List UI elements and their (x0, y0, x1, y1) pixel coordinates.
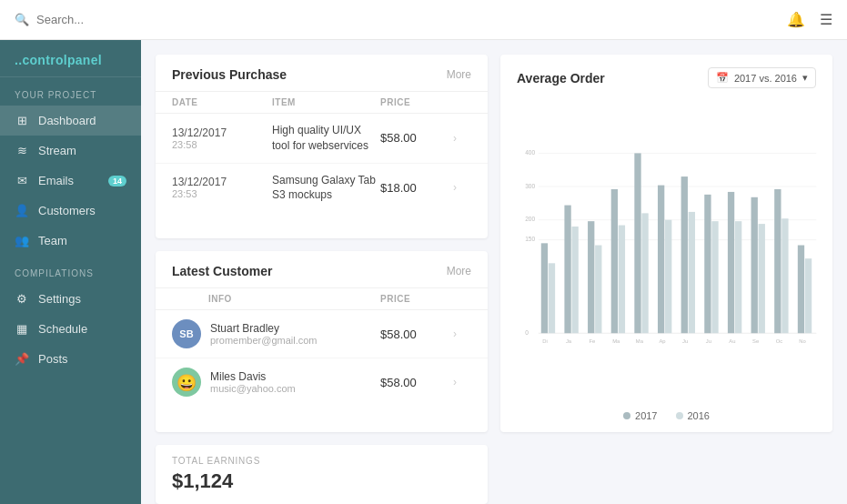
cust-email-1: promember@gmail.com (210, 335, 318, 346)
sidebar-item-schedule[interactable]: ▦ Schedule (0, 314, 141, 344)
chevron-down-icon: ▾ (802, 72, 808, 84)
sidebar-item-posts[interactable]: 📌 Posts (0, 344, 141, 374)
date-filter-label: 2017 vs. 2016 (734, 73, 797, 84)
col-item: ITEM (272, 97, 380, 107)
col-info: INFO (208, 294, 380, 304)
prev-table-header: DATE ITEM PRICE (156, 91, 488, 114)
svg-rect-23 (689, 212, 695, 333)
table-row: 😀 Miles Davis music@yahoo.com $58.00 › (156, 358, 488, 406)
sidebar-item-emails[interactable]: ✉ Emails 14 (0, 166, 141, 196)
date-cell: 13/12/2017 23:53 (172, 176, 272, 199)
col-date: DATE (172, 97, 272, 107)
svg-text:200: 200 (525, 216, 535, 222)
svg-rect-21 (665, 220, 671, 334)
cust-price-2: $58.00 (380, 376, 453, 389)
svg-rect-20 (658, 186, 664, 334)
col-cust-price: PRICE (380, 294, 453, 304)
chart-title: Average Order (517, 71, 605, 86)
row1-chevron[interactable]: › (453, 132, 471, 145)
legend-dot-2016 (676, 412, 683, 419)
average-order-card: Average Order 📅 2017 vs. 2016 ▾ 400 300 … (500, 55, 832, 432)
cust-more-btn[interactable]: More (447, 265, 471, 277)
menu-icon[interactable]: ☰ (820, 11, 832, 28)
cust-info-1: SB Stuart Bradley promember@gmail.com (172, 319, 380, 348)
date-cell: 13/12/2017 23:58 (172, 126, 272, 150)
sidebar-item-settings[interactable]: ⚙ Settings (0, 284, 141, 314)
cust-details-1: Stuart Bradley promember@gmail.com (210, 322, 318, 346)
sidebar-item-label: Team (38, 234, 67, 247)
sidebar-item-label: Customers (38, 204, 96, 217)
row2-price: $18.00 (380, 181, 453, 195)
bell-icon[interactable]: 🔔 (787, 11, 805, 28)
topbar: 🔍 🔔 ☰ (0, 0, 847, 40)
table-row: 13/12/2017 23:53 Samsung Galaxy Tab S3 m… (156, 164, 488, 213)
stream-icon: ≋ (15, 144, 29, 157)
stat-value-1: $1,124 (172, 469, 471, 493)
posts-icon: 📌 (15, 352, 29, 366)
row1-price: $58.00 (380, 131, 453, 145)
table-row: SB Stuart Bradley promember@gmail.com $5… (156, 310, 488, 358)
layout: ..controlpanel YOUR PROJECT ⊞ Dashboard … (0, 40, 847, 504)
dashboard-icon: ⊞ (15, 114, 29, 127)
logo-text: .controlpanel (18, 53, 102, 67)
svg-text:Se: Se (752, 338, 759, 344)
svg-text:Ma: Ma (636, 338, 644, 344)
svg-rect-29 (759, 224, 765, 333)
svg-rect-32 (798, 246, 804, 334)
svg-rect-24 (704, 195, 711, 333)
sidebar: ..controlpanel YOUR PROJECT ⊞ Dashboard … (0, 40, 141, 504)
svg-text:Fe: Fe (590, 338, 596, 344)
svg-rect-19 (641, 213, 648, 333)
sidebar-item-label: Settings (38, 292, 81, 306)
prev-more-btn[interactable]: More (447, 68, 471, 81)
cust-chevron-2[interactable]: › (453, 376, 471, 388)
row1-item: High quality UI/UX tool for webservices (272, 123, 380, 154)
emails-badge: 14 (108, 176, 126, 186)
card-header: Previous Purchase More (156, 55, 488, 91)
cust-email-2: music@yahoo.com (210, 383, 296, 394)
svg-rect-13 (571, 227, 578, 333)
team-icon: 👥 (15, 234, 29, 247)
svg-rect-26 (728, 192, 734, 333)
date-filter-btn[interactable]: 📅 2017 vs. 2016 ▾ (708, 67, 816, 88)
svg-rect-17 (619, 226, 625, 334)
svg-text:150: 150 (525, 236, 535, 242)
svg-text:0: 0 (525, 329, 529, 336)
sidebar-logo: ..controlpanel (0, 40, 141, 77)
svg-text:Ju: Ju (682, 338, 688, 344)
chart-header: Average Order 📅 2017 vs. 2016 ▾ (500, 55, 832, 96)
svg-text:Ju: Ju (706, 338, 711, 344)
svg-text:No: No (799, 338, 806, 344)
svg-rect-31 (781, 218, 788, 333)
sidebar-item-label: Dashboard (38, 114, 96, 127)
sidebar-item-stream[interactable]: ≋ Stream (0, 136, 141, 166)
svg-rect-27 (735, 221, 741, 333)
svg-rect-18 (634, 153, 640, 333)
cust-name-2: Miles Davis (210, 370, 296, 383)
svg-rect-25 (711, 221, 718, 333)
legend-label-2016: 2016 (688, 410, 710, 421)
sidebar-item-label: Posts (38, 352, 68, 366)
svg-text:Ma: Ma (612, 338, 620, 344)
bar-chart: 400 300 200 150 0 (513, 101, 820, 392)
svg-text:400: 400 (525, 149, 535, 156)
topbar-actions: 🔔 ☰ (787, 11, 832, 28)
row1-time: 23:58 (172, 139, 272, 150)
svg-rect-15 (595, 246, 601, 334)
chart-area: 400 300 200 150 0 (500, 96, 832, 405)
cust-table-header: INFO PRICE (156, 287, 488, 310)
sidebar-item-dashboard[interactable]: ⊞ Dashboard (0, 106, 141, 136)
row2-chevron[interactable]: › (453, 181, 471, 194)
legend-2017: 2017 (623, 410, 657, 421)
legend-dot-2017 (623, 412, 630, 419)
sidebar-item-customers[interactable]: 👤 Customers (0, 196, 141, 226)
cust-info-2: 😀 Miles Davis music@yahoo.com (172, 368, 380, 397)
cust-chevron-1[interactable]: › (453, 328, 471, 340)
sidebar-item-team[interactable]: 👥 Team (0, 226, 141, 256)
svg-rect-14 (588, 221, 594, 333)
row2-item: Samsung Galaxy Tab S3 mockups (272, 173, 380, 204)
search-input[interactable] (36, 13, 218, 26)
svg-rect-33 (805, 258, 812, 333)
avatar-1: SB (172, 319, 201, 348)
legend-2016: 2016 (676, 410, 710, 421)
